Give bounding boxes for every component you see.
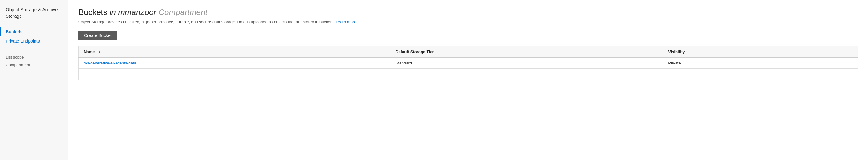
sidebar-title: Object Storage & Archive Storage (0, 6, 68, 24)
page-title-in: in (110, 7, 118, 17)
table-body: oci-generative-ai-agents-data Standard P… (79, 58, 858, 80)
page-description: Object Storage provides unlimited, high-… (79, 20, 421, 24)
learn-more-link[interactable]: Learn more (336, 20, 356, 24)
page-title-compartment-suffix: Compartment (158, 7, 208, 17)
page-title-compartment-name: mmanzoor (118, 7, 156, 17)
column-header-storage-tier: Default Storage Tier (391, 46, 663, 58)
cell-storage-tier: Standard (391, 58, 663, 69)
sidebar-link-buckets[interactable]: Buckets (6, 29, 23, 34)
sidebar-item-private-endpoints[interactable]: Private Endpoints (0, 36, 68, 46)
sidebar-item-buckets[interactable]: Buckets (0, 27, 68, 36)
sort-icon-name: ▲ (98, 50, 101, 54)
table-empty-row (79, 69, 858, 80)
page-title-buckets: Buckets (79, 7, 107, 17)
sidebar-nav: Buckets Private Endpoints (0, 27, 68, 46)
main-content: Buckets in mmanzoor Compartment Object S… (68, 0, 868, 160)
sidebar: Object Storage & Archive Storage Buckets… (0, 0, 68, 160)
table-row: oci-generative-ai-agents-data Standard P… (79, 58, 858, 69)
page-header: Buckets in mmanzoor Compartment Object S… (79, 7, 858, 24)
cell-visibility: Private (663, 58, 858, 69)
table-header: Name ▲ Default Storage Tier Visibility (79, 46, 858, 58)
bucket-table: Name ▲ Default Storage Tier Visibility o… (79, 46, 858, 80)
bucket-name-link[interactable]: oci-generative-ai-agents-data (84, 61, 136, 65)
page-title: Buckets in mmanzoor Compartment (79, 7, 858, 17)
column-header-visibility: Visibility (663, 46, 858, 58)
sidebar-compartment-label: Compartment (0, 61, 68, 68)
sidebar-link-private-endpoints[interactable]: Private Endpoints (6, 39, 40, 43)
create-bucket-button[interactable]: Create Bucket (79, 31, 117, 40)
cell-bucket-name: oci-generative-ai-agents-data (79, 58, 391, 69)
sidebar-list-scope: List scope (0, 49, 68, 61)
column-header-name[interactable]: Name ▲ (79, 46, 391, 58)
empty-cell (79, 69, 858, 80)
table-header-row: Name ▲ Default Storage Tier Visibility (79, 46, 858, 58)
